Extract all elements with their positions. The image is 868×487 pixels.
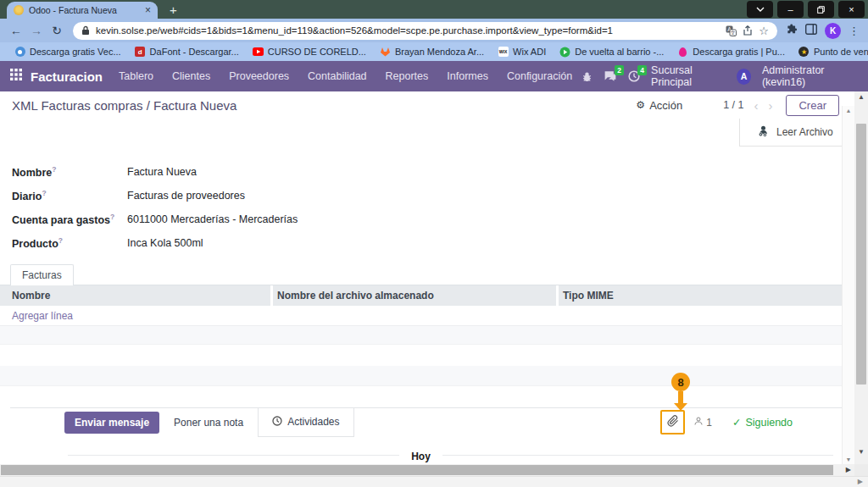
restore-button[interactable] bbox=[808, 1, 834, 18]
share-icon[interactable] bbox=[743, 25, 753, 36]
debug-bug-icon[interactable] bbox=[581, 71, 593, 82]
new-tab-button[interactable]: + bbox=[170, 3, 177, 16]
menu-proveedores[interactable]: Proveedores bbox=[220, 70, 298, 82]
scroll-right-icon[interactable]: ▶ bbox=[846, 466, 851, 473]
following-button[interactable]: ✓ Siguiendo bbox=[732, 416, 793, 429]
content-horizontal-scrollbar[interactable]: ▶ bbox=[0, 464, 854, 476]
pager-previous-icon[interactable]: ‹ bbox=[754, 99, 758, 112]
scrollbar-thumb[interactable] bbox=[1, 465, 833, 475]
chatter-topbar: Enviar mensaje Poner una nota Actividade… bbox=[10, 407, 842, 436]
scroll-down-icon[interactable]: ▼ bbox=[843, 457, 854, 462]
tab-close-icon[interactable]: × bbox=[145, 5, 151, 15]
action-menu[interactable]: ⚙ Acción bbox=[636, 99, 682, 112]
bookmark-item[interactable]: Descarga gratis Vec... bbox=[8, 47, 127, 58]
create-button[interactable]: Crear bbox=[786, 95, 839, 116]
field-diario-value[interactable]: Facturas de proveedores bbox=[127, 190, 245, 202]
back-icon[interactable]: ← bbox=[8, 25, 24, 36]
activities-clock-icon[interactable]: 4 bbox=[628, 70, 640, 82]
menu-clientes[interactable]: Clientes bbox=[163, 70, 220, 82]
apps-grid-icon[interactable] bbox=[10, 69, 22, 84]
empty-row bbox=[0, 345, 842, 366]
address-bar[interactable]: kevin.solse.pe/web#cids=1&bids=1&menu_id… bbox=[73, 22, 777, 40]
menu-reportes[interactable]: Reportes bbox=[376, 70, 438, 82]
control-panel: XML Facturas compras / Factura Nueva ⚙ A… bbox=[0, 91, 868, 119]
profile-avatar[interactable]: K bbox=[825, 23, 841, 39]
bookmarks-bar: Descarga gratis Vec... d DaFont - Descar… bbox=[0, 42, 868, 61]
bookmark-item[interactable]: De vuelta al barrio -... bbox=[554, 47, 670, 58]
help-icon: ? bbox=[52, 165, 56, 174]
minimize-button[interactable]: – bbox=[777, 1, 804, 18]
field-nombre-value[interactable]: Factura Nueva bbox=[127, 166, 197, 178]
field-producto-value[interactable]: Inca Kola 500ml bbox=[127, 237, 203, 249]
messages-icon[interactable]: 2 bbox=[604, 70, 617, 82]
bookmark-star-icon[interactable]: ☆ bbox=[759, 25, 769, 37]
clock-icon bbox=[272, 416, 282, 429]
side-panel-icon[interactable] bbox=[805, 23, 817, 38]
user-name[interactable]: Administrator (kevin16) bbox=[762, 64, 858, 88]
field-nombre: Nombre? Factura Nueva bbox=[12, 160, 868, 184]
wix-icon: WIX bbox=[498, 47, 509, 58]
field-cuenta: Cuenta para gastos? 6011000 Mercaderías … bbox=[12, 208, 868, 231]
browser-menu-icon[interactable]: ⋮ bbox=[849, 25, 860, 37]
log-note-button[interactable]: Poner una nota bbox=[159, 417, 258, 429]
field-cuenta-value[interactable]: 6011000 Mercaderías - Mercaderías bbox=[127, 213, 298, 225]
odoo-favicon-icon bbox=[14, 5, 24, 15]
attachments-button-highlighted[interactable] bbox=[660, 410, 685, 434]
app-name[interactable]: Facturacion bbox=[31, 69, 103, 84]
annotation-arrow-head bbox=[674, 403, 687, 411]
browser-tab[interactable]: Odoo - Factura Nueva × bbox=[7, 2, 158, 19]
tab-facturas[interactable]: Facturas bbox=[10, 264, 74, 285]
messages-badge: 2 bbox=[615, 65, 624, 75]
annotation-step-badge: 8 bbox=[671, 373, 690, 391]
url-text[interactable]: kevin.solse.pe/web#cids=1&bids=1&menu_id… bbox=[96, 25, 720, 36]
content-vertical-scrollbar[interactable]: ▲ ▼ bbox=[842, 106, 854, 464]
activities-button[interactable]: Actividades bbox=[258, 408, 353, 437]
date-separator: Hoy bbox=[0, 448, 842, 462]
breadcrumb[interactable]: XML Facturas compras / Factura Nueva bbox=[12, 98, 236, 113]
menu-tablero[interactable]: Tablero bbox=[109, 70, 163, 82]
bookmark-item[interactable]: WIX Wix ADI bbox=[492, 47, 552, 58]
send-message-button[interactable]: Enviar mensaje bbox=[64, 412, 159, 434]
scroll-right-icon[interactable]: ▶ bbox=[858, 478, 863, 485]
menu-informes[interactable]: Informes bbox=[437, 70, 498, 82]
scrollbar-thumb[interactable] bbox=[856, 124, 866, 385]
reload-icon[interactable]: ↻ bbox=[49, 25, 64, 36]
window-menu-button[interactable] bbox=[747, 1, 773, 18]
form-statusbar: Leer Archivo bbox=[0, 119, 868, 147]
table-header: Nombre Nombre del archivo almacenado Tip… bbox=[0, 285, 842, 306]
empty-row bbox=[0, 326, 842, 345]
bookmark-item[interactable]: ★ Punto de venta Ven... bbox=[793, 47, 868, 58]
gear-icon: ⚙ bbox=[636, 99, 645, 111]
help-icon: ? bbox=[58, 236, 63, 245]
add-line-link[interactable]: Agregar línea bbox=[0, 306, 842, 326]
bookmark-item[interactable]: Descarga gratis | Pu... bbox=[671, 47, 791, 58]
company-name[interactable]: Sucursal Principal bbox=[651, 64, 726, 88]
pager-next-icon[interactable]: › bbox=[768, 99, 772, 112]
followers-button[interactable]: 1 bbox=[693, 416, 712, 429]
bookmark-item[interactable]: CURSO DE CORELD... bbox=[247, 47, 372, 58]
scroll-up-icon[interactable]: ▲ bbox=[843, 108, 854, 113]
scroll-down-icon[interactable]: ▼ bbox=[854, 448, 868, 456]
form-view: Leer Archivo Nombre? Factura Nueva Diari… bbox=[0, 119, 868, 487]
extensions-icon[interactable] bbox=[786, 23, 798, 38]
window-vertical-scrollbar[interactable]: ▲ ▼ bbox=[854, 91, 868, 476]
scroll-up-icon[interactable]: ▲ bbox=[854, 93, 868, 101]
bookmark-item[interactable]: d DaFont - Descargar... bbox=[129, 47, 245, 58]
column-nombre[interactable]: Nombre bbox=[0, 285, 273, 306]
column-mime[interactable]: Tipo MIME bbox=[559, 285, 842, 306]
activities-badge: 4 bbox=[637, 65, 647, 75]
window-controls: – × bbox=[747, 1, 865, 18]
menu-contabilidad[interactable]: Contabilidad bbox=[298, 70, 376, 82]
close-window-button[interactable]: × bbox=[838, 1, 865, 18]
read-file-button[interactable]: Leer Archivo bbox=[739, 119, 842, 147]
dafont-icon: d bbox=[135, 47, 146, 58]
translate-icon[interactable]: A文 bbox=[726, 25, 737, 36]
scrollbar-corner bbox=[854, 464, 868, 476]
bookmark-item[interactable]: Brayan Mendoza Ar... bbox=[374, 47, 490, 58]
user-avatar[interactable]: A bbox=[737, 69, 751, 85]
window-horizontal-scrollbar[interactable]: ▶ bbox=[0, 476, 868, 487]
odoo-navbar: Facturacion Tablero Clientes Proveedores… bbox=[0, 61, 868, 91]
column-archivo[interactable]: Nombre del archivo almacenado bbox=[273, 285, 559, 306]
forward-icon[interactable]: → bbox=[29, 25, 44, 36]
menu-configuracion[interactable]: Configuración bbox=[498, 70, 581, 82]
